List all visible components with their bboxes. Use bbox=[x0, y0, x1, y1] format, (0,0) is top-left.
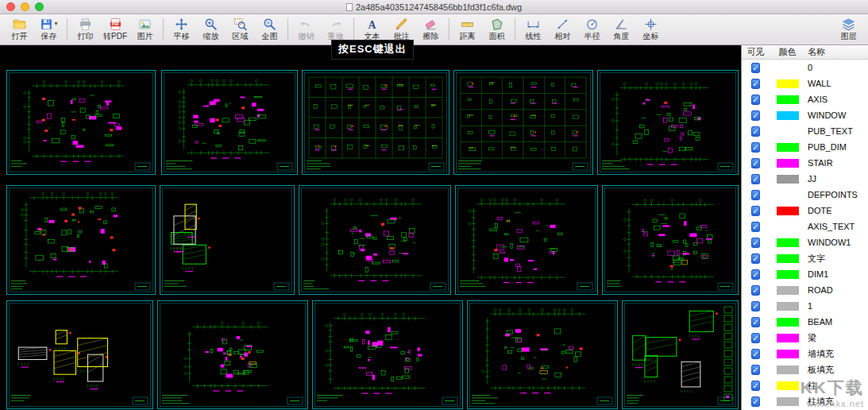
toolbar-to-pdf-button[interactable]: PDF转PDF bbox=[100, 14, 130, 44]
layer-visible-checkbox[interactable]: ✓ bbox=[751, 253, 759, 264]
layer-color-swatch[interactable] bbox=[777, 64, 799, 72]
layer-visible-checkbox[interactable]: ✓ bbox=[751, 301, 759, 311]
layer-visible-checkbox[interactable]: ✓ bbox=[751, 222, 759, 232]
layer-visible-checkbox[interactable]: ✓ bbox=[751, 365, 759, 375]
drawing-sheet bbox=[603, 186, 739, 295]
layer-row[interactable]: ✓DIM1 bbox=[742, 266, 868, 282]
layer-color-swatch[interactable] bbox=[777, 143, 799, 152]
layer-row[interactable]: ✓PUB_TEXT bbox=[742, 123, 868, 139]
layer-visible-checkbox[interactable]: ✓ bbox=[751, 126, 759, 137]
layer-row[interactable]: ✓文字 bbox=[742, 250, 868, 266]
layer-color-swatch[interactable] bbox=[777, 254, 799, 263]
layer-row[interactable]: ✓DEFPOINTS bbox=[742, 187, 868, 203]
layer-visible-checkbox[interactable]: ✓ bbox=[751, 79, 759, 89]
layer-row[interactable]: ✓JJ bbox=[742, 171, 868, 187]
column-header-color: 颜色 bbox=[770, 46, 805, 58]
layer-visible-checkbox[interactable]: ✓ bbox=[751, 333, 759, 343]
toolbar-print-button[interactable]: 打印 bbox=[71, 14, 100, 44]
toolbar-pan-button[interactable]: 平移 bbox=[167, 14, 196, 44]
layer-visible-checkbox[interactable]: ✓ bbox=[751, 238, 759, 248]
layer-visible-checkbox[interactable]: ✓ bbox=[751, 381, 759, 391]
layer-color-swatch[interactable] bbox=[777, 286, 799, 295]
layer-color-swatch[interactable] bbox=[777, 127, 799, 136]
layer-color-swatch[interactable] bbox=[777, 175, 799, 184]
layer-visible-checkbox[interactable]: ✓ bbox=[751, 158, 759, 168]
layer-visible-checkbox[interactable]: ✓ bbox=[751, 63, 759, 73]
layer-row[interactable]: ✓WINDOW bbox=[742, 107, 868, 123]
layer-row[interactable]: ✓0 bbox=[742, 60, 868, 75]
layer-visible-checkbox[interactable]: ✓ bbox=[751, 142, 759, 153]
layer-color-swatch[interactable] bbox=[777, 207, 799, 215]
minimize-button[interactable] bbox=[21, 2, 29, 11]
layer-color-swatch[interactable] bbox=[777, 95, 799, 104]
toolbar-relative-button[interactable]: 相对 bbox=[548, 14, 577, 44]
layer-color-swatch[interactable] bbox=[777, 302, 799, 311]
svg-text:PDF: PDF bbox=[111, 21, 118, 25]
layer-color-swatch[interactable] bbox=[777, 79, 799, 88]
layer-row[interactable]: ✓梁 bbox=[742, 330, 868, 346]
layer-color-cell bbox=[770, 270, 805, 279]
layer-color-swatch[interactable] bbox=[777, 270, 799, 279]
toolbar-area-button[interactable]: 面积 bbox=[482, 14, 511, 44]
layer-row[interactable]: ✓板填充 bbox=[742, 362, 868, 377]
layer-color-swatch[interactable] bbox=[777, 366, 799, 374]
layer-name: AXIS_TEXT bbox=[805, 222, 868, 231]
layer-visible-checkbox[interactable]: ✓ bbox=[751, 206, 759, 216]
layer-row[interactable]: ✓DOTE bbox=[742, 203, 868, 219]
layer-row[interactable]: ✓ROAD bbox=[742, 282, 868, 298]
toolbar-save-button[interactable]: ▾保存 bbox=[34, 14, 64, 44]
layer-color-swatch[interactable] bbox=[777, 381, 799, 390]
toolbar-distance-button[interactable]: 距离 bbox=[453, 14, 482, 44]
layer-row[interactable]: ✓AXIS bbox=[742, 91, 868, 107]
layer-color-swatch[interactable] bbox=[777, 350, 799, 358]
layer-row[interactable]: ✓1 bbox=[742, 298, 868, 314]
layer-row[interactable]: ✓柱 bbox=[742, 377, 868, 393]
layer-visible-checkbox[interactable]: ✓ bbox=[751, 285, 759, 296]
layer-color-swatch[interactable] bbox=[777, 318, 799, 327]
toolbar-coordinate-button[interactable]: 坐标 bbox=[636, 14, 665, 44]
layer-color-swatch[interactable] bbox=[777, 334, 799, 342]
layer-row[interactable]: ✓AXIS_TEXT bbox=[742, 219, 868, 234]
toolbar-erase-button[interactable]: 擦除 bbox=[416, 14, 446, 44]
dropdown-caret-icon[interactable]: ▾ bbox=[54, 21, 57, 27]
toolbar-zoom-button[interactable]: 缩放 bbox=[196, 14, 226, 44]
toolbar-layers-button[interactable]: 图层 bbox=[834, 14, 863, 44]
fullscreen-button[interactable] bbox=[35, 2, 44, 11]
toolbar-image-button[interactable]: 图片 bbox=[130, 14, 160, 44]
toolbar-angle-button[interactable]: 角度 bbox=[607, 14, 636, 44]
layer-visible-checkbox[interactable]: ✓ bbox=[751, 349, 759, 359]
layer-visible-checkbox[interactable]: ✓ bbox=[751, 174, 759, 184]
toolbar-zoom-region-button[interactable]: 区域 bbox=[226, 14, 255, 44]
drawing-canvas[interactable] bbox=[0, 45, 741, 410]
layer-visible-cell: ✓ bbox=[742, 95, 770, 104]
layer-color-cell bbox=[770, 111, 805, 120]
layer-color-swatch[interactable] bbox=[777, 397, 799, 406]
layer-row[interactable]: ✓PUB_DIM bbox=[742, 139, 868, 155]
close-button[interactable] bbox=[6, 2, 15, 11]
layer-row[interactable]: ✓墙填充 bbox=[742, 346, 868, 362]
toolbar-zoom-all-button[interactable]: 全图 bbox=[255, 14, 284, 44]
layer-row[interactable]: ✓WINDOW1 bbox=[742, 234, 868, 250]
layer-visible-checkbox[interactable]: ✓ bbox=[751, 95, 759, 105]
layer-visible-checkbox[interactable]: ✓ bbox=[751, 190, 759, 200]
layer-color-swatch[interactable] bbox=[777, 159, 799, 168]
drawing-sheet bbox=[7, 301, 153, 409]
layer-color-swatch[interactable] bbox=[777, 222, 799, 231]
layer-row[interactable]: ✓BEAM bbox=[742, 314, 868, 330]
layer-color-swatch[interactable] bbox=[777, 238, 799, 247]
layer-color-cell bbox=[770, 318, 805, 327]
toolbar-open-button[interactable]: 打开 bbox=[5, 14, 34, 44]
toolbar-linear-button[interactable]: 线性 bbox=[519, 14, 548, 44]
layer-visible-checkbox[interactable]: ✓ bbox=[751, 269, 759, 280]
layer-color-swatch[interactable] bbox=[777, 191, 799, 199]
layer-row[interactable]: ✓柱填充 bbox=[742, 393, 868, 409]
layer-visible-checkbox[interactable]: ✓ bbox=[751, 110, 759, 121]
layer-row[interactable]: ✓WALL bbox=[742, 75, 868, 91]
toolbar-radius-button[interactable]: 半径 bbox=[577, 14, 607, 44]
toolbar-separator bbox=[449, 18, 449, 41]
layer-color-swatch[interactable] bbox=[777, 111, 799, 120]
layer-visible-checkbox[interactable]: ✓ bbox=[751, 396, 759, 407]
layer-visible-checkbox[interactable]: ✓ bbox=[751, 317, 759, 327]
layer-row[interactable]: ✓STAIR bbox=[742, 155, 868, 171]
cad-drawing[interactable] bbox=[0, 45, 741, 410]
